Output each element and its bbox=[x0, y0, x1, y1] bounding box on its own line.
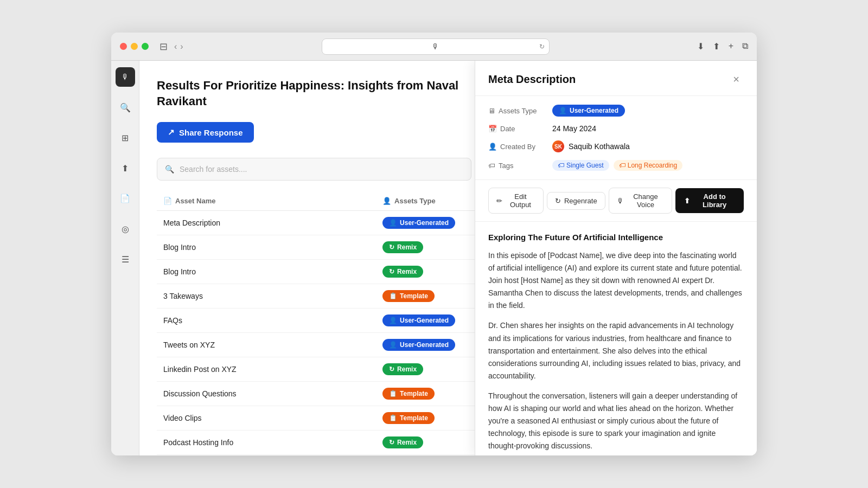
sidebar: 🎙 🔍 ⊞ ⬆ 📄 ◎ ☰ bbox=[111, 61, 139, 455]
download-icon[interactable]: ⬇ bbox=[697, 41, 704, 52]
new-tab-icon[interactable]: + bbox=[729, 41, 733, 52]
meta-actions: ✏ Edit Output ↻ Regenrate 🎙 Change Voice… bbox=[475, 180, 757, 222]
sidebar-toggle-icon[interactable]: ⊟ bbox=[159, 41, 168, 53]
cell-asset-name: Blog Intro bbox=[157, 235, 376, 260]
tags-row: 🏷 Tags 🏷 Single Guest 🏷 Long Recoarding bbox=[488, 160, 744, 171]
add-to-library-button[interactable]: ⬆ Add to Library bbox=[675, 188, 744, 213]
sidebar-item-upload[interactable]: ⬆ bbox=[116, 158, 135, 178]
search-icon: 🔍 bbox=[165, 165, 174, 174]
share-response-icon: ↗ bbox=[168, 127, 175, 137]
tag2-icon: 🏷 bbox=[619, 162, 626, 169]
type-icon: 👤 bbox=[389, 341, 397, 349]
type-icon: 📋 bbox=[389, 390, 397, 397]
cell-asset-name: Tweets on XYZ bbox=[157, 333, 376, 357]
sidebar-item-search[interactable]: 🔍 bbox=[116, 98, 135, 117]
tag-icon: 🏷 bbox=[488, 162, 495, 170]
created-by-row: 👤 Created By SK Saquib Kothawala bbox=[488, 140, 744, 152]
type-badge: ↻ Remix bbox=[382, 266, 423, 278]
voice-icon: 🎙 bbox=[617, 197, 624, 205]
single-guest-tag[interactable]: 🏷 Single Guest bbox=[552, 160, 609, 171]
browser-titlebar: ⊟ ‹ › 🎙 ↻ ⬇ ⬆ + ⧉ bbox=[111, 33, 757, 61]
assets-type-icon: 🖥 bbox=[488, 107, 495, 115]
person-icon: 👤 bbox=[488, 143, 497, 151]
assets-type-value: 👤 User-Generated bbox=[552, 105, 625, 117]
page-title: Results For Prioritize Happiness: Insigh… bbox=[157, 78, 471, 109]
tags-value: 🏷 Single Guest 🏷 Long Recoarding bbox=[552, 160, 682, 171]
toolbar-icons: ⬇ ⬆ + ⧉ bbox=[697, 41, 748, 52]
cell-asset-name: Video Clips bbox=[157, 406, 376, 431]
share-icon[interactable]: ⬆ bbox=[713, 41, 720, 52]
tag1-icon: 🏷 bbox=[558, 162, 564, 169]
content-body: In this episode of [Podcast Name], we di… bbox=[488, 249, 744, 455]
calendar-icon: 📅 bbox=[488, 125, 497, 133]
cell-asset-name: Meta Description bbox=[157, 211, 376, 235]
address-bar[interactable]: 🎙 ↻ bbox=[322, 38, 550, 55]
nav-arrows: ‹ › bbox=[174, 42, 183, 52]
traffic-lights bbox=[120, 43, 149, 50]
type-badge: 👤 User-Generated bbox=[382, 339, 455, 351]
change-voice-button[interactable]: 🎙 Change Voice bbox=[609, 188, 673, 214]
share-response-button[interactable]: ↗ Share Response bbox=[157, 122, 254, 143]
cell-asset-name: Blog Intro bbox=[157, 260, 376, 284]
edit-output-button[interactable]: ✏ Edit Output bbox=[488, 188, 544, 214]
type-icon: 👤 bbox=[389, 317, 397, 324]
tags-label: 🏷 Tags bbox=[488, 162, 548, 170]
type-icon: ↻ bbox=[389, 365, 394, 373]
type-icon: 👤 bbox=[382, 197, 391, 205]
user-generated-badge: 👤 User-Generated bbox=[552, 105, 625, 117]
date-value: 24 May 2024 bbox=[552, 124, 596, 133]
meta-panel-title: Meta Description bbox=[488, 73, 576, 86]
content-paragraph-3: Throughout the conversation, listeners w… bbox=[488, 390, 744, 452]
meta-panel-header: Meta Description × bbox=[475, 61, 757, 96]
meta-panel: Meta Description × 🖥 Assets Type 👤 User-… bbox=[475, 61, 757, 455]
doc-icon: 📄 bbox=[163, 197, 172, 205]
type-icon: ↻ bbox=[389, 268, 394, 275]
type-icon: 👤 bbox=[389, 219, 397, 227]
type-icon: 📋 bbox=[389, 414, 397, 422]
regenerate-icon: ↻ bbox=[555, 197, 561, 205]
type-icon: ↻ bbox=[389, 439, 394, 446]
cell-asset-name: Linkedin Post on XYZ bbox=[157, 357, 376, 382]
type-badge: 👤 User-Generated bbox=[382, 314, 455, 326]
main-area: Results For Prioritize Happiness: Insigh… bbox=[139, 61, 757, 455]
search-bar[interactable]: 🔍 Search for assets.... bbox=[157, 158, 471, 181]
meta-content: Exploring The Future Of Artificial Intel… bbox=[475, 222, 757, 455]
user-icon: 👤 bbox=[559, 107, 567, 114]
add-icon: ⬆ bbox=[684, 197, 690, 205]
content-paragraph-1: In this episode of [Podcast Name], we di… bbox=[488, 249, 744, 312]
type-badge: 👤 User-Generated bbox=[382, 217, 455, 229]
refresh-icon[interactable]: ↻ bbox=[539, 43, 545, 50]
sidebar-item-brand[interactable]: 🎙 bbox=[116, 67, 135, 87]
date-row: 📅 Date 24 May 2024 bbox=[488, 124, 744, 133]
created-by-value: SK Saquib Kothawala bbox=[552, 140, 630, 152]
regenerate-button[interactable]: ↻ Regenrate bbox=[547, 192, 605, 210]
assets-type-row: 🖥 Assets Type 👤 User-Generated bbox=[488, 105, 744, 117]
long-recording-tag[interactable]: 🏷 Long Recoarding bbox=[614, 160, 682, 171]
type-badge: ↻ Remix bbox=[382, 241, 423, 253]
tab-overview-icon[interactable]: ⧉ bbox=[742, 41, 748, 52]
sidebar-item-list[interactable]: ☰ bbox=[116, 249, 135, 269]
content-paragraph-2: Dr. Chen shares her insights on the rapi… bbox=[488, 319, 744, 382]
type-icon: 📋 bbox=[389, 292, 397, 300]
created-by-label: 👤 Created By bbox=[488, 143, 548, 151]
assets-type-label: 🖥 Assets Type bbox=[488, 107, 548, 115]
date-label: 📅 Date bbox=[488, 125, 548, 133]
content-heading: Exploring The Future Of Artificial Intel… bbox=[488, 233, 744, 242]
col-asset-name: 📄 Asset Name bbox=[157, 191, 376, 211]
type-badge: ↻ Remix bbox=[382, 436, 423, 448]
nav-back-button[interactable]: ‹ bbox=[174, 42, 177, 52]
close-panel-button[interactable]: × bbox=[729, 72, 744, 87]
nav-forward-button[interactable]: › bbox=[180, 42, 183, 52]
avatar: SK bbox=[552, 140, 564, 152]
microphone-icon: 🎙 bbox=[432, 42, 439, 51]
traffic-light-green[interactable] bbox=[142, 43, 149, 50]
sidebar-item-settings[interactable]: ◎ bbox=[116, 219, 135, 239]
cell-asset-name: Podcast Hosting Info bbox=[157, 431, 376, 455]
browser-content: 🎙 🔍 ⊞ ⬆ 📄 ◎ ☰ Results For Prioritize Hap… bbox=[111, 61, 757, 455]
traffic-light-red[interactable] bbox=[120, 43, 127, 50]
edit-icon: ✏ bbox=[496, 197, 502, 205]
sidebar-item-grid[interactable]: ⊞ bbox=[116, 128, 135, 147]
sidebar-item-document[interactable]: 📄 bbox=[116, 189, 135, 208]
traffic-light-yellow[interactable] bbox=[131, 43, 138, 50]
type-badge: 📋 Template bbox=[382, 290, 435, 302]
